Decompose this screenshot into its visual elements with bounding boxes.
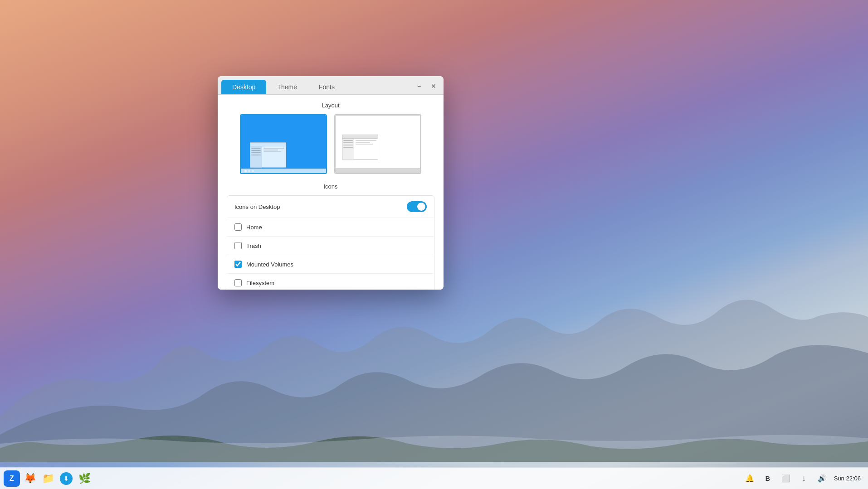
taskbar-app-files[interactable]: 📁 xyxy=(40,470,56,487)
mounted-volumes-checkbox[interactable] xyxy=(234,261,242,268)
toggle-knob xyxy=(417,203,425,211)
close-button[interactable]: ✕ xyxy=(427,81,440,92)
layout-section-title: Layout xyxy=(227,102,434,109)
filesystem-checkbox-row: Filesystem xyxy=(227,273,434,290)
mounted-volumes-checkbox-row: Mounted Volumes xyxy=(227,255,434,273)
tab-bar: Desktop Theme Fonts − ✕ xyxy=(218,76,444,95)
window-controls: − ✕ xyxy=(413,81,440,93)
trash-checkbox[interactable] xyxy=(234,242,242,249)
bell-icon: 🔔 xyxy=(745,474,754,483)
taskbar-clock: Sun 22:06 xyxy=(834,475,861,482)
volume-icon[interactable]: 🔊 xyxy=(816,472,829,485)
minimize-button[interactable]: − xyxy=(413,81,425,92)
taskbar-app-zorin-menu[interactable]: Z xyxy=(4,470,20,487)
icons-on-desktop-label: Icons on Desktop xyxy=(234,203,280,210)
zorin-icon: Z xyxy=(10,474,14,483)
layout-option-2[interactable] xyxy=(334,114,421,174)
filesystem-checkbox[interactable] xyxy=(234,279,242,286)
icons-section-title: Icons xyxy=(227,183,434,190)
files-icon: 📁 xyxy=(42,473,54,484)
firefox-icon: 🦊 xyxy=(24,473,36,484)
volume-symbol: 🔊 xyxy=(818,474,827,483)
taskbar-app-firefox[interactable]: 🦊 xyxy=(22,470,38,487)
bluetooth-symbol: B xyxy=(766,475,770,482)
taskbar-tray: 🔔 B ⬜ ↓ 🔊 Sun 22:06 xyxy=(743,472,864,485)
layout-options xyxy=(227,114,434,174)
taskbar-app-software[interactable]: ⬇ xyxy=(58,470,74,487)
home-checkbox-row: Home xyxy=(227,218,434,236)
tab-fonts[interactable]: Fonts xyxy=(308,80,346,94)
download-icon[interactable]: ↓ xyxy=(798,472,810,485)
notification-icon[interactable]: 🔔 xyxy=(743,472,756,485)
editor-icon: 🌿 xyxy=(78,473,91,484)
icons-box: Icons on Desktop Home Trash Mounted Volu… xyxy=(227,195,434,290)
taskbar-app-editor[interactable]: 🌿 xyxy=(76,470,93,487)
icons-on-desktop-row: Icons on Desktop xyxy=(227,196,434,218)
filesystem-label: Filesystem xyxy=(246,280,274,286)
software-icon: ⬇ xyxy=(63,475,69,482)
bluetooth-icon[interactable]: B xyxy=(761,472,774,485)
taskbar-apps: Z 🦊 📁 ⬇ 🌿 xyxy=(4,470,93,487)
trash-checkbox-row: Trash xyxy=(227,236,434,255)
tab-desktop[interactable]: Desktop xyxy=(221,80,266,94)
mountain-decoration xyxy=(0,281,868,462)
settings-dialog: Desktop Theme Fonts − ✕ Layout xyxy=(218,76,444,290)
mounted-volumes-label: Mounted Volumes xyxy=(246,261,293,268)
layout-option-1[interactable] xyxy=(240,114,327,174)
taskbar: Z 🦊 📁 ⬇ 🌿 🔔 B ⬜ ↓ xyxy=(0,467,868,489)
tab-theme[interactable]: Theme xyxy=(266,80,308,94)
window-content: Layout xyxy=(218,95,444,290)
home-checkbox[interactable] xyxy=(234,223,242,231)
download-symbol: ↓ xyxy=(802,474,806,483)
icons-on-desktop-toggle[interactable] xyxy=(407,201,427,212)
home-label: Home xyxy=(246,224,262,231)
screen-icon[interactable]: ⬜ xyxy=(780,472,792,485)
trash-label: Trash xyxy=(246,242,261,249)
screen-symbol: ⬜ xyxy=(781,474,790,483)
